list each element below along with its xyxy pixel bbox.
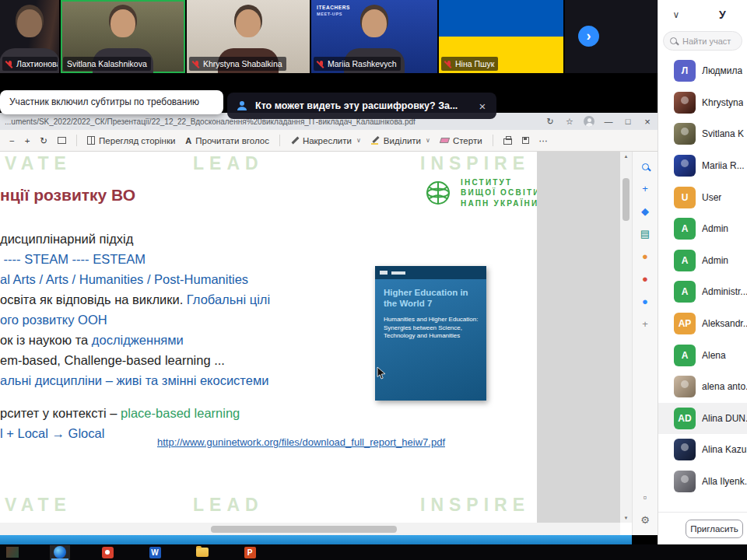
scroll-down-icon[interactable]: ▼	[624, 513, 629, 523]
more-icon: ⋯	[539, 135, 549, 146]
red-app-icon[interactable]	[97, 545, 117, 560]
draw-button[interactable]: Накреслити ∨	[290, 136, 361, 145]
video-tile[interactable]: Лахтионова	[0, 0, 59, 73]
video-strip: ЛахтионоваSvitlana KalashnikovaKhrystyna…	[0, 0, 658, 73]
participant-name: Alina DUN...	[702, 413, 747, 424]
notebook-icon[interactable]: ▤	[638, 227, 652, 241]
collections-plus-icon[interactable]: +	[638, 182, 652, 196]
zoom-out-icon: −	[9, 136, 15, 145]
video-tile[interactable]: Khrystyna Shabalkina	[187, 0, 310, 73]
participant-name: Admin	[702, 255, 728, 266]
scroll-up-icon[interactable]: ▲	[624, 152, 629, 161]
more-tools-button[interactable]: ⋯	[539, 135, 549, 146]
participant-name: Khrystyna	[702, 97, 743, 108]
participants-panel: ∨ У ЛЛюдмилаKhrystynaSvitlana KMariia R.…	[658, 0, 747, 544]
logo-line: ІНСТИТУТ	[461, 177, 537, 188]
participant-row[interactable]: AAlena	[658, 339, 747, 371]
search-input[interactable]	[681, 36, 735, 47]
next-participants-button[interactable]: ›	[578, 26, 599, 47]
slide-body: дисциплінарний підхід ---- STEAM ---- ES…	[0, 229, 374, 443]
book-cover-header	[375, 266, 486, 279]
logo-line: ВИЩОЇ ОСВІТИ	[461, 187, 537, 198]
scrollbar-thumb[interactable]	[622, 178, 630, 221]
participant-row[interactable]: Khrystyna	[658, 87, 747, 119]
tooltip-close-icon[interactable]: ×	[476, 100, 489, 113]
participant-row[interactable]: APAleksandr...	[658, 308, 747, 340]
close-button[interactable]: ×	[642, 116, 653, 128]
globe-icon	[421, 176, 455, 210]
zoom-in-icon: +	[25, 136, 30, 145]
video-tile[interactable]: Svitlana Kalashnikova	[61, 0, 185, 73]
participant-row[interactable]: ЛЛюдмила	[658, 55, 747, 87]
report-link[interactable]: http://www.guninetwork.org/files/downloa…	[157, 436, 445, 448]
fit-page-button[interactable]	[58, 137, 66, 144]
word-icon[interactable]: W	[145, 545, 165, 560]
scrollbar-thumb[interactable]	[211, 526, 397, 533]
slide-title: нції розвитку ВО	[0, 186, 135, 205]
participant-avatar	[674, 471, 696, 492]
watermark-text: VATE	[5, 153, 72, 174]
highlight-button[interactable]: Виділити ∨	[371, 136, 430, 145]
horizontal-scrollbar[interactable]	[0, 523, 620, 535]
refresh-icon[interactable]: ↻	[545, 117, 556, 127]
video-tile[interactable]: ITEACHERSMEET-UPSMariia Rashkevych	[311, 0, 437, 73]
favorite-star-icon[interactable]: ☆	[564, 117, 575, 127]
add-tool-icon[interactable]: +	[638, 317, 652, 331]
page-view-button[interactable]: Перегляд сторінки	[87, 136, 175, 145]
browser-tools-icon[interactable]: ●	[638, 295, 652, 309]
participant-name: Alla Ilyenk...	[702, 476, 747, 487]
chevron-down-icon: ∨	[356, 137, 361, 144]
participant-name: Aleksandr...	[702, 318, 747, 329]
file-explorer-icon[interactable]	[192, 545, 212, 560]
panel-footer: Пригласить	[658, 512, 747, 544]
slide-text-line: дисциплінарний підхід	[0, 229, 374, 249]
participant-row[interactable]: Alina Kazu...	[658, 434, 747, 466]
participant-row[interactable]: Mariia R...	[658, 150, 747, 182]
minimize-button[interactable]: —	[603, 117, 614, 126]
toolbar-divider	[279, 135, 280, 146]
muted-mic-icon	[6, 60, 13, 68]
print-button[interactable]	[503, 136, 512, 145]
zoom-out-button[interactable]: −	[9, 136, 15, 145]
maximize-button[interactable]: □	[622, 117, 633, 126]
invite-button[interactable]: Пригласить	[686, 520, 743, 538]
vertical-scrollbar[interactable]: ▲ ▼	[620, 152, 632, 523]
save-button[interactable]	[522, 137, 529, 144]
participant-row[interactable]: alena anto...	[658, 371, 747, 403]
participants-list: ЛЛюдмилаKhrystynaSvitlana KMariia R...UU…	[658, 55, 747, 512]
erase-button[interactable]: Стерти	[440, 136, 482, 145]
eraser-icon	[440, 138, 450, 143]
participant-row[interactable]: AAdmin	[658, 245, 747, 277]
participant-row[interactable]: Svitlana K	[658, 118, 747, 150]
slide-text-line: em-based, Challenge-based learning ...	[0, 350, 374, 370]
profile-icon[interactable]	[584, 116, 594, 127]
book-cover: Higher Education in the World 7 Humaniti…	[375, 266, 486, 401]
participant-avatar: A	[674, 218, 696, 240]
bing-diamond-icon[interactable]: ◆	[638, 205, 652, 219]
participant-name: Mariia R...	[702, 160, 745, 171]
rotate-button[interactable]: ↻	[40, 135, 47, 146]
participant-row[interactable]: ADAlina DUN...	[658, 403, 747, 435]
participant-row[interactable]: UUser	[658, 181, 747, 213]
participant-row[interactable]: AAdministr...	[658, 276, 747, 308]
edge-browser-icon[interactable]	[50, 545, 70, 560]
zoom-in-button[interactable]: +	[25, 136, 30, 145]
participant-name: User	[702, 192, 721, 203]
muted-mic-icon	[445, 60, 452, 68]
powerpoint-icon[interactable]: P	[240, 545, 260, 560]
search-icon[interactable]	[638, 159, 652, 173]
games-icon[interactable]: ●	[638, 272, 652, 286]
participant-name: Administr...	[702, 286, 747, 297]
participant-row[interactable]: AAdmin	[658, 213, 747, 245]
customize-panel-icon[interactable]: ▫	[638, 491, 652, 505]
read-aloud-button[interactable]: A Прочитати вголос	[185, 136, 269, 145]
participant-row[interactable]: Alla Ilyenk...	[658, 466, 747, 498]
app-thumbnail-icon[interactable]	[2, 545, 23, 560]
shopping-icon[interactable]: ●	[638, 250, 652, 264]
collapse-chevron-icon[interactable]: ∨	[668, 7, 685, 23]
settings-gear-icon[interactable]: ⚙	[638, 513, 652, 527]
video-tile[interactable]: Ніна Пшук	[439, 0, 563, 73]
participant-search[interactable]	[663, 31, 742, 51]
watermark-text: INSPIRE	[420, 495, 530, 516]
highlighter-icon	[371, 136, 380, 145]
